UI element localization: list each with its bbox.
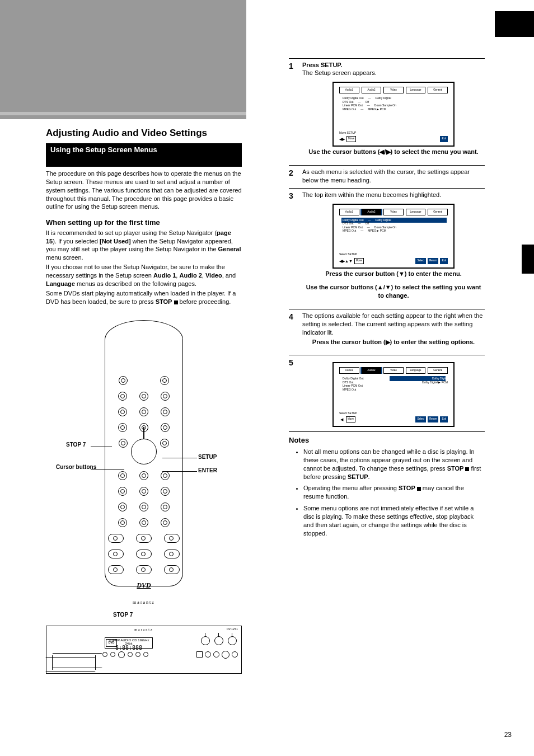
step-2: 2 As each menu is selected with the curs… [289, 165, 485, 185]
remote-cursor-ring [131, 439, 157, 464]
fp-rb-r3 [232, 651, 238, 658]
stop-icon [417, 487, 421, 491]
osd3-tab-general: General [428, 209, 448, 215]
osd5-hint: Select SETUP [339, 411, 357, 415]
menu-video: Video [205, 272, 222, 279]
section-title: Adjusting Audio and Video Settings [46, 128, 232, 139]
step-2-sub: As each menu is selected with the cursor… [302, 168, 485, 185]
osd1-bottom: ◀▶ Move Exit [339, 136, 448, 142]
osd3-sym1: ◀▶▲▼ [339, 259, 353, 264]
callout-label-enter: ENTER [198, 467, 217, 475]
fp-brand: marantz [134, 627, 153, 632]
callout-label-setup: SETUP [198, 453, 217, 461]
callout-label-stop: STOP 7 [66, 441, 86, 449]
fp-rb-big [222, 651, 229, 659]
osd5-sym-l: ◀ [339, 417, 344, 422]
step-3-number: 3 [289, 191, 301, 201]
fp-display: SUPER AUDIO CD 192kHz 24bit 8:88:888 [105, 637, 153, 649]
osd1-exit: Exit [440, 136, 448, 142]
fp-display-digits: 8:88:888 [105, 645, 152, 651]
gray-stripe [0, 112, 246, 115]
step-4-sub: The options available for each setting a… [302, 312, 485, 337]
step-1: 1 Press SETUP. The Setup screen appears.… [289, 58, 485, 162]
osd1-tabs: Audio1 Audio2 Video Language General [339, 87, 448, 93]
device-diagrams: DVD marantz STOP 7 Cursor buttons SETUP … [46, 351, 242, 674]
osd1-move: Move [346, 136, 356, 142]
when-para-2: If you choose not to use the Setup Navig… [46, 263, 242, 288]
when-general: General [218, 246, 241, 252]
remote-dvd-label: DVD [105, 581, 182, 590]
osd5-tabs: Audio1 Audio2 Video Language General [339, 367, 448, 374]
notes-block: Notes Not all menu options can be change… [289, 431, 485, 537]
note-3: Some menu options are not immediately ef… [303, 504, 485, 537]
osd1-tab-audio1: Audio1 [339, 87, 359, 93]
osd1-body: Dolby Digital Out — Dolby Digital DTS Ou… [343, 96, 448, 111]
osd5-tab-general: General [428, 367, 448, 374]
when-t1: It is recommended to set up player using… [46, 229, 217, 236]
subsection-title: Using the Setup Screen Menus [46, 143, 242, 167]
fp-knob-2 [214, 636, 223, 645]
right-column: 1 Press SETUP. The Setup screen appears.… [289, 58, 485, 541]
when-para-3: Some DVDs start playing automatically wh… [46, 289, 242, 306]
fp-callout-stop: STOP 7 [113, 611, 309, 619]
remote-button-grid: DVD marantz [105, 376, 182, 606]
osd5-tab-language: Language [406, 367, 426, 374]
osd3-move: Move [354, 258, 364, 264]
osd3-tab-language: Language [406, 209, 426, 215]
fp-model: DV-12S1 [227, 627, 238, 631]
callout-label-cursor: Cursor buttons [56, 463, 96, 471]
notes-list: Not all menu options can be changed whil… [303, 448, 485, 537]
menu-audio2: Audio 2 [179, 272, 202, 279]
osd5-select: Select [415, 416, 426, 422]
osd3-return: Return [428, 258, 439, 264]
step-5: 5 Audio1 Audio2 Video Language General D… [289, 355, 485, 428]
step-1-caption: Use the cursor buttons (◀/▶) to select t… [302, 148, 485, 156]
osd-step3: Audio1 Audio2 Video Language General Dol… [332, 204, 455, 269]
osd1-hint: Move SETUP [339, 131, 356, 135]
when-heading: When setting up for the first time [46, 218, 242, 228]
osd5-bottom: ◀ Move Select Return Exit [339, 416, 448, 422]
corner-tab [495, 11, 534, 37]
osd5-return: Return [428, 416, 439, 422]
callout-line-enter [162, 471, 197, 472]
remote-brand: marantz [105, 600, 182, 606]
when-stop: STOP [156, 298, 172, 305]
when-not-used: [Not Used] [100, 238, 131, 245]
step-4: 4 The options available for each setting… [289, 309, 485, 351]
note-1: Not all menu options can be changed whil… [303, 448, 485, 481]
remote-wrap: DVD marantz STOP 7 Cursor buttons SETUP … [91, 351, 197, 609]
osd3-select: Select [415, 258, 426, 264]
osd5-tab-video: Video [383, 367, 404, 374]
osd-step5: Audio1 Audio2 Video Language General Dol… [332, 362, 455, 427]
when-p3post: before proceeding. [180, 298, 231, 305]
step-2-number: 2 [289, 168, 301, 179]
callout-line-stop [91, 447, 112, 447]
osd5-tab-audio1: Audio1 [339, 367, 359, 374]
osd5-tab-audio2: Audio2 [362, 367, 382, 374]
left-column: The procedure on this page describes how… [46, 170, 242, 307]
page-number: 23 [504, 730, 512, 739]
when-t4: menu screen. [46, 254, 83, 261]
step-4-number: 4 [289, 312, 301, 322]
remote-top-curve [105, 320, 183, 370]
callout-line-setup [162, 458, 197, 458]
fp-rb-sq [196, 651, 203, 658]
when-p2post: menus as described on the following page… [75, 280, 196, 287]
step-1-lead: Press SETUP. [302, 61, 485, 69]
menu-language: Language [46, 280, 75, 287]
note-2: Operating the menu after pressing STOP m… [303, 484, 485, 501]
step-1-sub: The Setup screen appears. [302, 69, 485, 77]
when-t2: ). If you selected [53, 238, 100, 245]
osd3-body: Dolby Digital Out — Dolby Digital DTS Ou… [343, 218, 448, 233]
osd5-body: Dolby Digital OutDolby Digital DTS OutDo… [343, 377, 448, 391]
gray-banner [0, 0, 246, 119]
stop-icon [174, 300, 178, 304]
osd3-tab-audio2: Audio2 [362, 209, 382, 215]
step-2-caption: Press the cursor button (▼) to enter the… [302, 270, 485, 278]
step-3-caption: Use the cursor buttons (▲/▼) to select t… [302, 283, 485, 300]
fp-rb-r1 [205, 651, 211, 658]
osd3-tab-video: Video [383, 209, 404, 215]
osd1-tab-audio2: Audio2 [362, 87, 382, 93]
menu-audio1: Audio 1 [153, 272, 176, 279]
osd1-tab-video: Video [383, 87, 404, 93]
